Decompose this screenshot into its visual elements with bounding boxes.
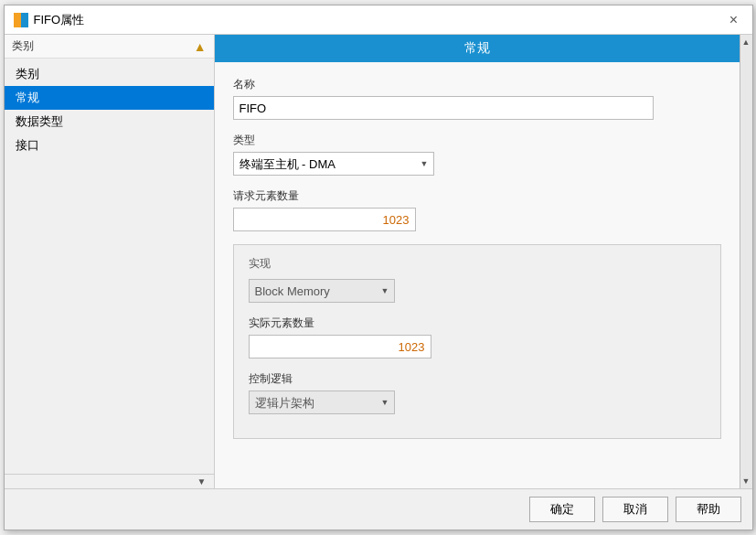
ctrl-logic-select[interactable]: 逻辑片架构 — [249, 391, 395, 414]
actual-count-label: 实际元素数量 — [249, 316, 706, 331]
implementation-select[interactable]: Block Memory — [249, 279, 395, 303]
sidebar-item-interface[interactable]: 接口 — [5, 134, 214, 157]
type-select-container: 终端至主机 - DMA — [233, 152, 434, 176]
scroll-track — [740, 49, 752, 474]
svg-rect-1 — [21, 13, 28, 27]
help-button[interactable]: 帮助 — [676, 497, 741, 522]
main-content: 常规 名称 类型 终端至主机 - DMA — [215, 35, 740, 488]
fifo-dialog: FIFO属性 × 类别 ▲ 类别 常规 数据类型 接口 — [4, 5, 753, 530]
type-label: 类型 — [233, 133, 721, 148]
sidebar-items: 类别 常规 数据类型 接口 — [5, 59, 214, 474]
title-bar: FIFO属性 × — [5, 5, 752, 35]
sidebar-scroll-up-icon[interactable]: ▲ — [194, 39, 207, 54]
implementation-box: 实现 Block Memory 实际元素数量 控制逻辑 — [233, 244, 721, 439]
sidebar-scroll-down[interactable]: ▼ — [5, 474, 214, 488]
type-select[interactable]: 终端至主机 - DMA — [233, 152, 434, 176]
request-count-label: 请求元素数量 — [233, 188, 721, 204]
svg-rect-0 — [14, 13, 21, 27]
cancel-button[interactable]: 取消 — [602, 497, 668, 522]
fifo-icon — [14, 13, 28, 27]
ctrl-logic-label: 控制逻辑 — [249, 371, 706, 387]
ctrl-logic-field-group: 控制逻辑 逻辑片架构 — [249, 371, 706, 414]
implementation-section-label: 实现 — [249, 256, 706, 272]
sidebar-item-datatype[interactable]: 数据类型 — [5, 110, 214, 134]
sidebar-item-category[interactable]: 类别 — [5, 62, 214, 86]
scroll-up-arrow[interactable]: ▲ — [740, 35, 752, 49]
ctrl-logic-select-container: 逻辑片架构 — [249, 391, 395, 414]
name-field-group: 名称 — [233, 77, 721, 120]
sidebar: 类别 ▲ 类别 常规 数据类型 接口 ▼ — [5, 35, 215, 488]
sidebar-header-label: 类别 — [12, 38, 34, 54]
sidebar-header: 类别 ▲ — [5, 35, 214, 59]
implementation-select-container: Block Memory — [249, 279, 395, 303]
close-button[interactable]: × — [725, 11, 743, 29]
confirm-button[interactable]: 确定 — [529, 497, 595, 522]
title-bar-left: FIFO属性 — [14, 12, 85, 28]
request-count-field-group: 请求元素数量 — [233, 188, 721, 231]
actual-count-field-group: 实际元素数量 — [249, 316, 706, 358]
section-header: 常规 — [215, 35, 740, 62]
name-input[interactable] — [233, 96, 654, 120]
dialog-body: 类别 ▲ 类别 常规 数据类型 接口 ▼ 常规 — [5, 35, 752, 488]
scroll-down-arrow[interactable]: ▼ — [740, 474, 752, 488]
dialog-footer: 确定 取消 帮助 — [5, 488, 752, 530]
dialog-title: FIFO属性 — [34, 12, 85, 28]
name-label: 名称 — [233, 77, 721, 92]
request-count-input[interactable] — [233, 208, 416, 231]
sidebar-item-general[interactable]: 常规 — [5, 86, 214, 110]
type-field-group: 类型 终端至主机 - DMA — [233, 133, 721, 176]
form-area: 名称 类型 终端至主机 - DMA 请求元素数量 — [215, 62, 740, 488]
right-scrollbar: ▲ ▼ — [740, 35, 752, 488]
actual-count-input[interactable] — [249, 335, 431, 358]
